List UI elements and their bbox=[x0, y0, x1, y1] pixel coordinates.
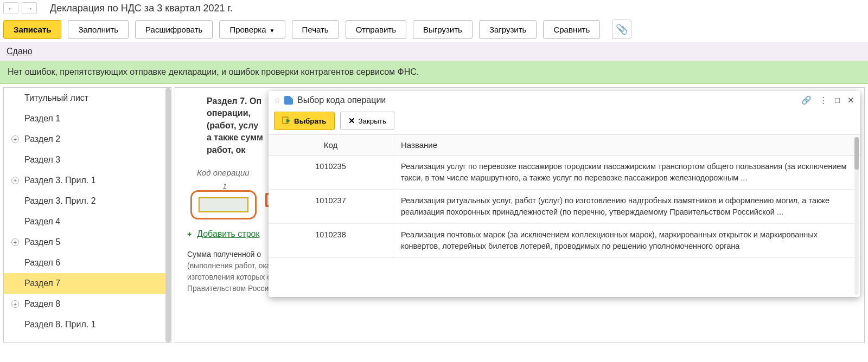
plus-icon: + bbox=[187, 230, 192, 238]
sidebar-item-label: Раздел 3. Прил. 2 bbox=[24, 196, 96, 205]
more-icon[interactable]: ⋮ bbox=[819, 95, 827, 105]
maximize-icon[interactable]: □ bbox=[835, 95, 840, 105]
cell-code: 1010237 bbox=[269, 190, 393, 223]
scrollbar[interactable] bbox=[854, 137, 859, 295]
sidebar-item[interactable]: Раздел 3. Прил. 2 bbox=[4, 191, 171, 211]
link-icon[interactable]: 🔗 bbox=[801, 95, 812, 105]
sidebar: Титульный листРаздел 1+Раздел 2Раздел 3+… bbox=[3, 87, 171, 343]
sidebar-item-label: Раздел 4 bbox=[24, 217, 60, 226]
save-button[interactable]: Записать bbox=[3, 20, 61, 39]
info-bar: Нет ошибок, препятствующих отправке декл… bbox=[0, 61, 868, 84]
sidebar-item[interactable]: +Раздел 2 bbox=[4, 129, 171, 150]
table-row[interactable]: 1010235Реализация услуг по перевозке пас… bbox=[269, 156, 860, 190]
cell-name: Реализация ритуальных услуг, работ (услу… bbox=[393, 190, 860, 223]
sidebar-item[interactable]: Титульный лист bbox=[4, 88, 171, 108]
cell-code: 1010235 bbox=[269, 156, 393, 189]
sidebar-item[interactable]: +Раздел 5 bbox=[4, 232, 171, 253]
page-title: Декларация по НДС за 3 квартал 2021 г. bbox=[50, 3, 233, 14]
sidebar-item-label: Раздел 6 bbox=[24, 258, 60, 267]
column-header-code[interactable]: Код bbox=[269, 135, 393, 155]
sidebar-item-label: Титульный лист bbox=[24, 93, 88, 102]
sidebar-item[interactable]: Раздел 6 bbox=[4, 253, 171, 273]
sidebar-item[interactable]: +Раздел 3. Прил. 1 bbox=[4, 170, 171, 191]
sidebar-item[interactable]: Раздел 8. Прил. 1 bbox=[4, 314, 171, 335]
row-number: 1 bbox=[223, 183, 227, 190]
add-row-link[interactable]: Добавить строк bbox=[197, 229, 259, 239]
download-button[interactable]: Загрузить bbox=[479, 20, 537, 39]
close-button[interactable]: ✕ Закрыть bbox=[340, 112, 394, 130]
column-header-name[interactable]: Название bbox=[393, 135, 445, 155]
select-button[interactable]: Выбрать bbox=[274, 112, 335, 130]
sidebar-item-label: Раздел 2 bbox=[24, 134, 60, 144]
sidebar-item[interactable]: +Раздел 8 bbox=[4, 294, 171, 314]
sidebar-item[interactable]: Раздел 4 bbox=[4, 211, 171, 232]
chevron-down-icon: ▼ bbox=[270, 28, 275, 34]
nav-back-button[interactable]: ← bbox=[3, 2, 18, 14]
cell-code: 1010238 bbox=[269, 224, 393, 257]
page-icon bbox=[284, 96, 293, 105]
expand-icon[interactable]: + bbox=[11, 177, 19, 184]
expand-icon[interactable]: + bbox=[11, 135, 19, 143]
fill-button[interactable]: Заполнить bbox=[68, 20, 129, 39]
sidebar-item-label: Раздел 7 bbox=[24, 279, 60, 288]
send-button[interactable]: Отправить bbox=[346, 20, 406, 39]
star-icon[interactable]: ☆ bbox=[274, 96, 281, 105]
print-button[interactable]: Печать bbox=[292, 20, 339, 39]
cell-name: Реализация почтовых марок (за исключение… bbox=[393, 224, 860, 257]
paperclip-icon: 📎 bbox=[616, 23, 628, 35]
sidebar-item-label: Раздел 8 bbox=[24, 299, 60, 308]
sidebar-item-label: Раздел 3 bbox=[24, 155, 60, 164]
sidebar-item-label: Раздел 8. Прил. 1 bbox=[24, 320, 96, 329]
upload-button[interactable]: Выгрузить bbox=[413, 20, 473, 39]
check-button[interactable]: Проверка▼ bbox=[219, 20, 285, 39]
decode-button[interactable]: Расшифровать bbox=[135, 20, 213, 39]
expand-icon[interactable]: + bbox=[11, 300, 19, 308]
sidebar-item[interactable]: Раздел 3 bbox=[4, 150, 171, 170]
sidebar-item-label: Раздел 3. Прил. 1 bbox=[24, 176, 96, 185]
sidebar-item[interactable]: Раздел 1 bbox=[4, 108, 171, 129]
code-field-highlight bbox=[190, 190, 257, 219]
sidebar-item[interactable]: Раздел 7 bbox=[4, 273, 171, 294]
content-pane: Раздел 7. Опоперации,(работ, услуа также… bbox=[175, 87, 865, 343]
select-icon bbox=[282, 117, 291, 125]
nav-forward-button[interactable]: → bbox=[22, 2, 37, 14]
status-link[interactable]: Сдано bbox=[7, 47, 33, 56]
close-icon[interactable]: ✕ bbox=[847, 95, 854, 105]
table-row[interactable]: 1010237Реализация ритуальных услуг, рабо… bbox=[269, 190, 860, 224]
sidebar-item-label: Раздел 1 bbox=[24, 114, 60, 123]
compare-button[interactable]: Сравнить bbox=[543, 20, 600, 39]
table-row[interactable]: 1010238Реализация почтовых марок (за иск… bbox=[269, 224, 860, 258]
dialog-title: Выбор кода операции bbox=[297, 95, 386, 105]
x-icon: ✕ bbox=[348, 116, 355, 126]
expand-icon[interactable]: + bbox=[11, 238, 19, 246]
cell-name: Реализация услуг по перевозке пассажиров… bbox=[393, 156, 860, 189]
scrollbar[interactable] bbox=[165, 88, 171, 342]
attach-button[interactable]: 📎 bbox=[612, 20, 631, 39]
code-select-dialog: ☆ Выбор кода операции 🔗 ⋮ □ ✕ Выбрать ✕ … bbox=[269, 91, 860, 297]
sidebar-item-label: Раздел 5 bbox=[24, 237, 60, 247]
code-input[interactable] bbox=[199, 197, 248, 212]
